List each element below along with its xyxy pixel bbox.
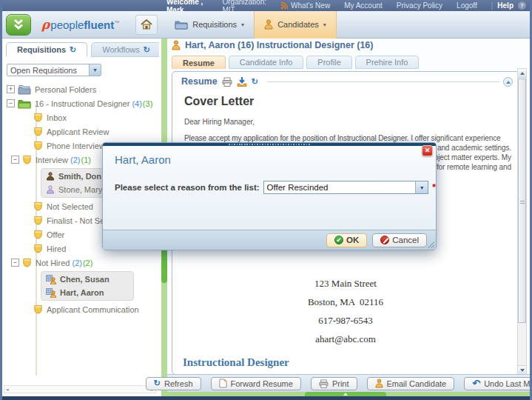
sidebar-horizontal-scrollbar[interactable]: ◂ ▸ [4,385,156,393]
folder-icon [175,19,188,30]
utility-bar: Welcome , Mark Organization: MIT What's … [0,0,532,11]
printer-icon [319,379,329,388]
open-folder-icon [18,99,31,109]
collapse-icon[interactable]: − [11,259,19,267]
tree-item-applicant-review[interactable]: Applicant Review [22,124,159,139]
rss-icon [280,1,289,10]
nav-candidates[interactable]: Candidates ▾ [254,11,337,39]
drag-grip-icon[interactable] [229,144,310,145]
chevron-down-icon[interactable]: ▼ [415,181,428,193]
move-reason-dialog: ✕ Hart, Aaron Please select a reason fro… [102,142,437,250]
double-chevron-down-icon [11,19,26,30]
chevron-down-icon: ▼ [89,64,101,76]
folder-shield-icon [33,230,43,239]
window-bottom-edge [0,396,532,400]
home-button[interactable] [135,15,158,35]
candidate-header: Hart, Aaron (16) Instructional Designer … [172,40,373,50]
print-button[interactable]: Print [311,377,357,390]
logoff-link[interactable]: Logoff [457,1,477,10]
scroll-left-icon[interactable]: ◂ [6,387,9,393]
nav-requisitions[interactable]: Requisitions ▾ [165,11,254,39]
check-icon: ✔ [334,236,343,244]
required-asterisk: * [432,182,436,193]
refresh-icon[interactable]: ↻ [70,45,76,55]
requisition-filter-select[interactable]: Open Requisitions ▼ [7,64,101,76]
refresh-icon[interactable]: ↻ [144,45,150,55]
divider: | [491,1,494,10]
not-hired-candidates-group: Chen, Susan Hart, Aaron [41,271,134,301]
page-title: Hart, Aaron (16) Instructional Designer … [185,40,373,50]
folder-shield-icon [33,244,43,253]
tree-item-chen-susan[interactable]: Chen, Susan [41,273,133,286]
dialog-title: Hart, Aaron [115,153,436,166]
cancel-icon [380,236,389,244]
tab-profile[interactable]: Profile [306,56,351,69]
privacy-policy-link[interactable]: Privacy Policy [397,1,442,10]
tree-item-applicant-communication[interactable]: Applicant Communication [22,302,159,316]
folder-shield-icon [33,113,43,122]
address-line: 617-987-6543 [172,315,519,327]
my-account-link[interactable]: My Account [344,1,383,10]
home-icon [141,19,152,30]
folder-shield-icon [33,216,43,225]
reason-select-value: Offer Rescinded [264,183,416,192]
sidebar-tabs: Requisitions ↻ Workflows ↻ [2,39,159,57]
expand-icon[interactable]: + [7,85,15,93]
cancel-button[interactable]: Cancel [372,233,427,247]
refresh-icon[interactable]: ↻ [252,77,258,87]
undo-last-move-button[interactable]: ↶ Undo Last Move [464,377,532,390]
org-person-icon [46,275,56,284]
whats-new-link[interactable]: What's New [280,1,330,10]
tree-item-personal-folders[interactable]: + Personal Folders [7,82,159,96]
collapse-icon[interactable]: − [11,156,19,164]
person-icon [264,19,273,30]
tab-workflows[interactable]: Workflows ↻ [91,42,159,57]
panel-title: Resume [181,76,218,87]
scroll-down-icon[interactable] [518,365,526,374]
org-person-icon [46,288,56,298]
app-launcher-button[interactable] [6,14,31,36]
document-icon [219,379,227,388]
folder-shield-icon [22,155,32,164]
forward-resume-button[interactable]: Forward Resume [211,377,301,390]
tree-item-requisition-16[interactable]: − 16 - Instructional Designer (4) (3) [7,96,159,110]
bottom-toolbar: ↻ Refresh Forward Resume Print Email Can… [167,374,530,392]
help-link[interactable]: Help [497,1,514,10]
collapse-panel-icon[interactable] [503,77,513,87]
peoplefluent-logo: ρpeoplefluent™ [41,17,119,32]
scroll-up-icon[interactable] [518,69,526,78]
person-icon [375,379,383,388]
person-icon [46,172,55,181]
dialog-drag-bar[interactable] [103,143,436,146]
ok-button[interactable]: ✔ OK [326,233,367,247]
resume-job-title: Instructional Designer [183,356,289,369]
address-line: 123 Main Street [172,278,519,290]
divider [267,81,499,82]
tree-item-inbox[interactable]: Inbox [22,110,159,124]
app-window: Welcome , Mark Organization: MIT What's … [0,0,532,400]
nav-bar: ρpeoplefluent™ Requisitions ▾ Candidates [0,11,532,39]
candidate-tabs: Resume Candidate Info Profile Prehire In… [172,56,419,69]
arrow-up-icon [343,393,348,396]
email-candidate-button[interactable]: Email Candidate [367,377,455,390]
collapse-icon[interactable]: − [7,99,15,107]
vertical-scrollbar[interactable] [517,68,527,375]
tab-requisitions[interactable]: Requisitions ↻ [6,42,87,57]
tab-candidate-info[interactable]: Candidate Info [229,56,304,69]
cover-letter-heading: Cover Letter [184,95,254,108]
print-icon[interactable] [222,77,232,87]
tree-item-hart-aaron[interactable]: Hart, Aaron [41,286,133,299]
scrollbar-thumb[interactable] [518,79,526,323]
close-icon[interactable]: ✕ [422,145,433,156]
folder-shield-icon [22,258,32,267]
tab-prehire-info[interactable]: Prehire Info [355,56,420,69]
tab-resume[interactable]: Resume [172,56,226,69]
undo-icon: ↶ [472,378,480,389]
tree-item-not-hired[interactable]: − Not Hired (2) (2) [11,256,159,270]
reason-select[interactable]: Offer Rescinded ▼ [263,181,429,194]
resize-handle[interactable] [427,241,434,248]
refresh-button[interactable]: ↻ Refresh [146,377,201,390]
person-icon [172,40,181,50]
help-icon[interactable]: ? [518,1,526,10]
import-resume-icon[interactable] [237,76,247,87]
